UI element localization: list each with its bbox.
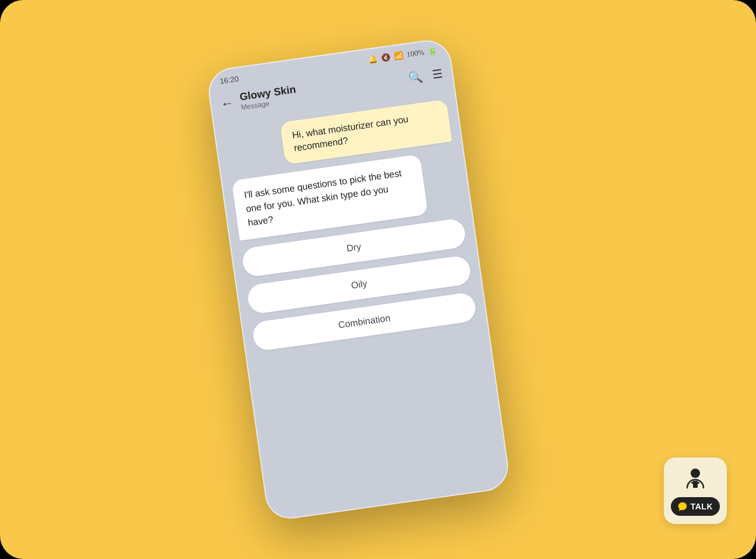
menu-icon[interactable]: ☰ <box>431 66 443 81</box>
svg-rect-1 <box>693 481 698 488</box>
header-actions: 🔍 ☰ <box>407 66 443 85</box>
svg-rect-2 <box>691 482 694 484</box>
battery-icon: 🔋 <box>427 46 438 57</box>
status-time: 16:20 <box>219 74 239 85</box>
user-message-bubble: Hi, what moisturizer can you recommend? <box>280 99 452 165</box>
person-icon <box>682 466 708 491</box>
talk-label: TALK <box>691 502 713 511</box>
chat-area: Hi, what moisturizer can you recommend? … <box>214 89 510 520</box>
alarm-icon: 🔔 <box>368 54 379 65</box>
phone-wrapper: 16:20 🔔 🔇 📶 100% 🔋 ← Glowy Skin Message … <box>205 37 511 522</box>
mute-icon: 🔇 <box>381 53 391 63</box>
phone-frame: 16:20 🔔 🔇 📶 100% 🔋 ← Glowy Skin Message … <box>205 37 511 522</box>
outer-background: 16:20 🔔 🔇 📶 100% 🔋 ← Glowy Skin Message … <box>0 0 756 559</box>
svg-point-0 <box>691 469 700 478</box>
back-button[interactable]: ← <box>219 95 234 112</box>
battery-label: 100% <box>406 48 425 60</box>
svg-rect-3 <box>696 482 699 484</box>
floating-widget: TALK <box>664 457 727 524</box>
talk-button[interactable]: TALK <box>671 497 720 516</box>
search-icon[interactable]: 🔍 <box>407 69 424 85</box>
wifi-icon: 📶 <box>393 51 404 61</box>
